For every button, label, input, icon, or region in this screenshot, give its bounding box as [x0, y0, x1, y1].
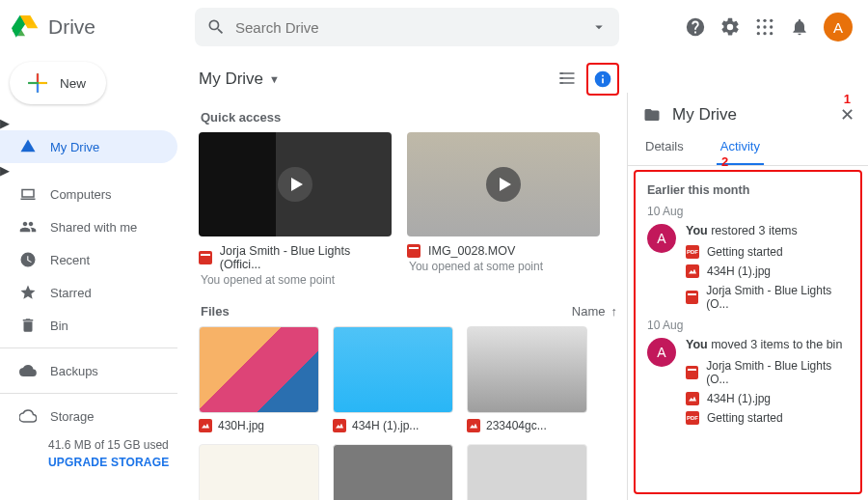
notifications-icon[interactable]: [789, 16, 810, 38]
account-avatar[interactable]: A: [824, 13, 853, 42]
image-icon: [333, 419, 346, 432]
quick-access-card[interactable]: IMG_0028.MOV You opened at some point: [407, 132, 600, 287]
svg-point-14: [763, 32, 766, 35]
svg-point-13: [757, 32, 760, 35]
gear-icon[interactable]: [719, 16, 741, 38]
file-name: 434H (1).jpg: [707, 392, 771, 405]
star-icon: [19, 284, 37, 301]
panel-title: My Drive: [672, 105, 737, 125]
svg-point-9: [770, 19, 773, 22]
file-card[interactable]: 430H.jpg: [199, 326, 319, 432]
file-name: IMG_0028.MOV: [428, 244, 515, 258]
annotation-callout: 1: [844, 92, 851, 106]
image-icon: [686, 392, 699, 405]
file-card[interactable]: 434H (1).jp...: [333, 326, 453, 432]
search-input[interactable]: [235, 19, 581, 36]
sidebar-item-computers[interactable]: Computers: [0, 178, 177, 210]
svg-point-11: [763, 25, 766, 28]
image-icon: [199, 419, 212, 432]
activity-file[interactable]: 434H (1).jpg: [686, 264, 849, 278]
activity-file[interactable]: PDFGetting started: [686, 245, 849, 259]
sidebar-item-shared[interactable]: Shared with me: [0, 210, 177, 243]
activity-file[interactable]: Jorja Smith - Blue Lights (O...: [686, 359, 849, 386]
image-thumbnail: [467, 326, 587, 413]
image-thumbnail: [199, 326, 319, 413]
computers-icon: [19, 185, 37, 203]
sidebar-item-storage[interactable]: Storage: [0, 400, 177, 432]
sidebar-item-backups[interactable]: Backups: [0, 354, 177, 387]
file-name: 233404gc...: [486, 419, 547, 432]
file-card[interactable]: [333, 444, 453, 500]
list-view-icon[interactable]: [557, 69, 577, 91]
sidebar-item-label: My Drive: [50, 140, 99, 154]
svg-point-8: [763, 19, 766, 22]
sidebar-item-recent[interactable]: Recent: [0, 243, 177, 276]
dropdown-icon[interactable]: [590, 18, 608, 36]
activity-file[interactable]: 434H (1).jpg: [686, 392, 849, 405]
chevron-right-icon[interactable]: ▶: [0, 163, 10, 178]
upgrade-storage-link[interactable]: UPGRADE STORAGE: [48, 456, 177, 469]
sidebar-item-my-drive[interactable]: My Drive: [0, 130, 177, 163]
info-button[interactable]: [586, 63, 619, 96]
close-icon[interactable]: ✕: [840, 104, 854, 125]
sidebar-item-label: Computers: [50, 187, 112, 202]
sidebar-item-label: Storage: [50, 409, 95, 424]
file-card[interactable]: 233404gc...: [467, 326, 587, 432]
file-subtitle: You opened at some point: [409, 260, 600, 273]
video-icon: [407, 244, 420, 258]
sort-button[interactable]: Name ↑: [572, 304, 617, 319]
user-avatar: A: [647, 338, 676, 367]
sort-label: Name: [572, 304, 606, 319]
svg-point-12: [770, 25, 773, 28]
info-icon: [593, 69, 612, 89]
video-icon: [686, 366, 698, 379]
search-bar[interactable]: [195, 8, 619, 46]
file-card[interactable]: [467, 444, 587, 500]
apps-icon[interactable]: [754, 16, 775, 38]
file-name: Jorja Smith - Blue Lights (O...: [706, 284, 849, 311]
file-card[interactable]: [199, 444, 319, 500]
files-heading: Files: [201, 304, 230, 319]
search-icon: [206, 17, 226, 37]
svg-point-15: [770, 32, 773, 35]
activity-file[interactable]: Jorja Smith - Blue Lights (O...: [686, 284, 849, 311]
sidebar-item-starred[interactable]: Starred: [0, 276, 177, 309]
image-thumbnail: [199, 444, 319, 500]
activity-group-heading: Earlier this month: [647, 183, 849, 197]
video-icon: [686, 291, 698, 304]
breadcrumb[interactable]: My Drive ▼: [199, 69, 280, 89]
annotation-callout: 2: [721, 154, 728, 169]
new-button[interactable]: New: [10, 62, 106, 104]
image-thumbnail: [467, 444, 587, 500]
sidebar-item-label: Backups: [50, 364, 98, 378]
file-name: 434H (1).jp...: [352, 419, 419, 432]
activity-date: 10 Aug: [647, 205, 849, 218]
sidebar-item-label: Shared with me: [50, 220, 137, 235]
image-thumbnail: [333, 444, 453, 500]
folder-icon: [641, 106, 663, 124]
storage-usage: 41.6 MB of 15 GB used: [48, 438, 177, 452]
arrow-up-icon: ↑: [611, 304, 618, 319]
svg-point-10: [757, 25, 760, 28]
file-subtitle: You opened at some point: [201, 273, 392, 287]
pdf-icon: PDF: [686, 411, 699, 425]
image-icon: [467, 419, 480, 432]
file-name: Jorja Smith - Blue Lights (Offici...: [220, 244, 392, 271]
user-avatar: A: [647, 224, 676, 253]
app-name: Drive: [48, 15, 95, 39]
chevron-right-icon[interactable]: ▶: [0, 116, 10, 130]
tab-details[interactable]: Details: [641, 131, 688, 165]
file-name: Getting started: [707, 411, 783, 425]
sidebar-item-bin[interactable]: Bin: [0, 309, 177, 342]
activity-file[interactable]: PDFGetting started: [686, 411, 849, 425]
video-icon: [199, 251, 212, 264]
file-name: 434H (1).jpg: [707, 264, 771, 278]
backups-icon: [19, 362, 37, 379]
sidebar-item-label: Starred: [50, 286, 92, 300]
activity-text: You moved 3 items to the bin: [686, 338, 849, 351]
chevron-down-icon: ▼: [269, 73, 280, 85]
logo-area[interactable]: Drive: [10, 12, 183, 42]
sidebar-item-label: Recent: [50, 253, 90, 267]
quick-access-card[interactable]: Jorja Smith - Blue Lights (Offici... You…: [199, 132, 392, 287]
help-icon[interactable]: [685, 16, 706, 38]
